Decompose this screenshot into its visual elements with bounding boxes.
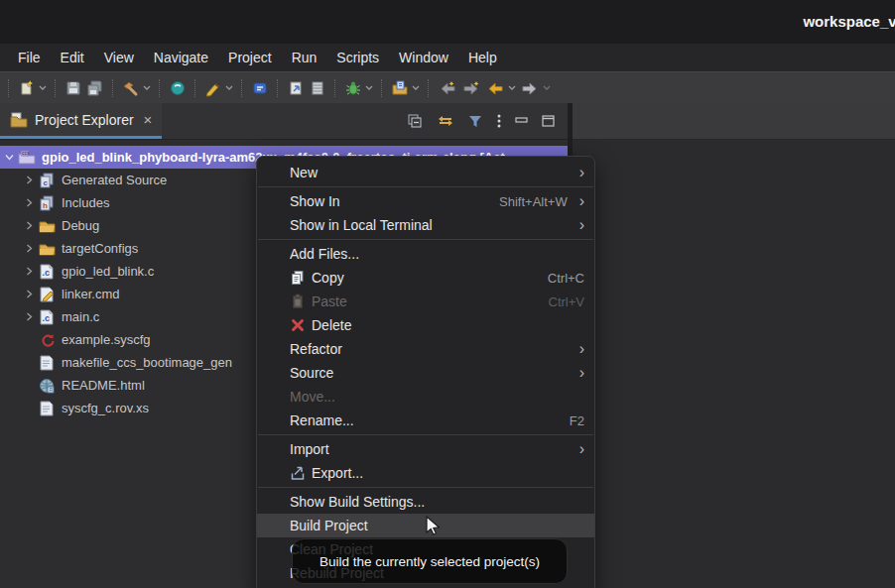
text-file-icon — [40, 401, 54, 416]
tree-item-label: main.c — [62, 309, 99, 324]
tree-item-label: gpio_led_blink.c — [62, 264, 154, 279]
menu-item-source[interactable]: Source › — [257, 361, 594, 385]
import-program-button[interactable] — [389, 78, 422, 98]
menu-bar: File Edit View Navigate Project Run Scri… — [0, 44, 895, 71]
menu-file[interactable]: File — [8, 44, 51, 71]
registers-button[interactable] — [307, 78, 328, 98]
menu-item-show-in[interactable]: Show In Shift+Alt+W › — [257, 189, 594, 213]
text-file-icon — [40, 355, 54, 371]
shortcut: Shift+Alt+W — [499, 194, 568, 209]
menu-window[interactable]: Window — [389, 44, 458, 71]
chevron-collapsed-icon[interactable] — [24, 266, 35, 277]
menu-scripts[interactable]: Scripts — [326, 44, 389, 71]
back-arrow-icon — [485, 79, 505, 97]
open-copy-view-button[interactable] — [285, 78, 307, 98]
maximize-icon[interactable] — [542, 115, 556, 128]
submenu-arrow-icon: › — [579, 218, 584, 232]
menu-project[interactable]: Project — [218, 44, 282, 71]
menu-item-paste[interactable]: Paste Ctrl+V — [257, 290, 594, 313]
editor-tab-strip — [573, 103, 895, 140]
flash-programmer-icon — [204, 79, 222, 97]
project-explorer-icon — [10, 112, 28, 128]
forward-edit-location-button[interactable] — [459, 78, 483, 98]
menu-item-import[interactable]: Import › — [257, 437, 594, 461]
menu-run[interactable]: Run — [282, 44, 327, 71]
chevron-collapsed-icon[interactable] — [24, 311, 35, 322]
console-button[interactable] — [249, 78, 271, 98]
chevron-down-icon — [225, 85, 233, 91]
chevron-collapsed-icon[interactable] — [24, 289, 35, 299]
includes-group-icon: h — [39, 195, 56, 211]
new-file-icon — [18, 79, 36, 97]
menu-item-show-build-settings[interactable]: Show Build Settings... — [257, 490, 594, 514]
svg-text:h: h — [43, 200, 48, 209]
menu-separator — [258, 186, 593, 187]
chevron-down-icon — [365, 85, 373, 91]
build-project-tooltip: Build the currently selected project(s) — [292, 538, 568, 584]
delete-icon — [291, 318, 305, 332]
back-navigation-button[interactable] — [483, 78, 518, 98]
back-edit-arrow-icon — [438, 79, 457, 97]
menu-item-show-in-local-terminal[interactable]: Show in Local Terminal › — [257, 213, 594, 237]
mouse-cursor — [425, 516, 443, 537]
explorer-tab-strip: Project Explorer × — [0, 103, 568, 140]
debug-bug-button[interactable] — [342, 78, 375, 98]
generated-source-group-icon: c — [39, 173, 56, 188]
tree-item-label: targetConfigs — [62, 241, 138, 256]
new-file-button[interactable] — [16, 78, 49, 98]
html-file-icon: R — [39, 378, 55, 394]
menu-item-delete[interactable]: Delete — [257, 313, 594, 337]
menu-help[interactable]: Help — [458, 44, 507, 71]
chevron-collapsed-icon[interactable] — [24, 175, 35, 185]
submenu-arrow-icon: › — [579, 342, 584, 356]
tree-item-label: syscfg_c.rov.xs — [62, 401, 149, 415]
tab-project-explorer[interactable]: Project Explorer × — [0, 103, 162, 139]
tab-label: Project Explorer — [35, 112, 134, 128]
save-button[interactable] — [63, 78, 84, 98]
c-file-icon: .c — [40, 264, 54, 280]
tree-item-label: Debug — [62, 218, 99, 233]
submenu-arrow-icon: › — [579, 194, 584, 208]
chevron-collapsed-icon[interactable] — [24, 197, 35, 208]
menu-separator — [258, 487, 593, 488]
paste-icon — [290, 294, 306, 309]
filter-icon[interactable] — [467, 113, 483, 129]
tree-item-label: makefile_ccs_bootimage_gen — [62, 355, 232, 370]
registers-icon — [309, 79, 326, 97]
link-with-editor-icon[interactable] — [437, 113, 454, 129]
view-menu-icon[interactable] — [496, 113, 502, 129]
export-icon — [290, 465, 306, 481]
forward-navigation-button[interactable] — [518, 78, 553, 98]
svg-text:.c: .c — [43, 313, 51, 323]
menu-item-move[interactable]: Move... — [257, 385, 594, 409]
back-edit-location-button[interactable] — [436, 78, 459, 98]
chevron-collapsed-icon[interactable] — [24, 243, 35, 254]
tab-close-icon[interactable]: × — [144, 111, 153, 128]
menu-item-refactor[interactable]: Refactor › — [257, 337, 594, 361]
debug-core-button[interactable] — [167, 78, 189, 98]
menu-navigate[interactable]: Navigate — [144, 44, 218, 71]
tree-item-label: Includes — [62, 195, 109, 210]
tree-item-label: README.html — [62, 378, 145, 393]
save-all-button[interactable] — [84, 78, 106, 98]
menu-view[interactable]: View — [94, 44, 144, 71]
editor-area — [573, 103, 895, 588]
main-toolbar — [0, 71, 895, 104]
flash-button[interactable] — [202, 78, 235, 98]
menu-item-new[interactable]: New › — [257, 161, 594, 184]
menu-item-copy[interactable]: Copy Ctrl+C — [257, 266, 594, 290]
tree-item-label: example.syscfg — [62, 332, 151, 347]
minimize-icon[interactable] — [515, 115, 529, 127]
menu-item-export[interactable]: Export... — [257, 461, 594, 485]
workspace-title: workspace_v1 — [803, 13, 895, 30]
chevron-collapsed-icon[interactable] — [24, 220, 35, 231]
menu-item-add-files[interactable]: Add Files... — [257, 242, 594, 266]
c-file-icon: .c — [40, 309, 54, 325]
build-button[interactable] — [120, 78, 153, 98]
collapse-all-icon[interactable] — [407, 113, 424, 130]
menu-edit[interactable]: Edit — [51, 44, 94, 71]
chevron-expanded-icon[interactable] — [4, 152, 15, 163]
menu-item-rename[interactable]: Rename... F2 — [257, 409, 594, 432]
submenu-arrow-icon: › — [579, 442, 584, 456]
menu-separator — [258, 239, 593, 240]
